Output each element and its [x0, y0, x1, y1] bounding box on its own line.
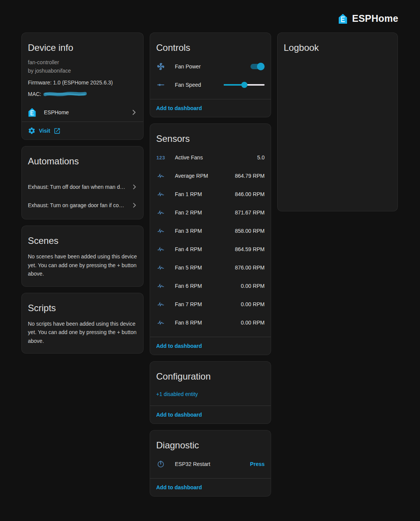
fan-speed-label: Fan Speed — [175, 82, 224, 88]
controls-rows: Fan Power Fan Speed — [150, 57, 271, 99]
configuration-card: Configuration +1 disabled entity Add to … — [150, 361, 271, 424]
restart-label: ESP32 Restart — [175, 461, 247, 467]
sensor-label: Average RPM — [175, 173, 232, 179]
chevron-right-icon — [130, 201, 139, 209]
logbook-card: Logbook — [277, 32, 398, 211]
diagnostic-rows: ESP32 Restart Press — [150, 454, 271, 478]
device-name: fan-controller — [28, 58, 137, 67]
esp32-restart-row[interactable]: ESP32 Restart Press — [150, 455, 271, 473]
esphome-logo-icon — [27, 107, 37, 117]
fan-icon — [156, 62, 165, 71]
automation-label: Exhaust: Turn off door fan when man d… — [28, 184, 130, 190]
disabled-entities-link[interactable]: +1 disabled entity — [156, 391, 198, 397]
sensor-value: 0.00 RPM — [241, 320, 265, 326]
scenes-card: Scenes No scenes have been added using t… — [21, 226, 144, 287]
automation-label: Exhaust: Turn on garage door fan if co… — [28, 202, 130, 208]
esphome-logo-icon — [337, 13, 349, 24]
integration-label: ESPHome — [44, 109, 129, 115]
sensor-label: Fan 1 RPM — [175, 191, 232, 197]
sensor-row[interactable]: 123 Active Fans 5.0 — [150, 148, 271, 167]
sensor-label: Fan 5 RPM — [175, 265, 232, 271]
logbook-title: Logbook — [278, 33, 397, 57]
sensors-rows: 123 Active Fans 5.0 Average RPM 864.79 R… — [150, 148, 271, 337]
toggle-knob — [257, 63, 265, 70]
sensor-value: 846.00 RPM — [235, 191, 265, 197]
fan-power-row[interactable]: Fan Power — [150, 57, 271, 76]
sensor-row[interactable]: Fan 4 RPM 864.59 RPM — [150, 240, 271, 258]
pulse-icon — [156, 190, 165, 199]
sensor-row[interactable]: Fan 8 RPM 0.00 RPM — [150, 313, 271, 332]
sensor-row[interactable]: Average RPM 864.79 RPM — [150, 167, 271, 185]
sensors-card: Sensors 123 Active Fans 5.0 Average RPM … — [150, 123, 271, 355]
configuration-title: Configuration — [150, 362, 271, 385]
automations-list: Exhaust: Turn off door fan when man d… E… — [22, 178, 143, 219]
integration-row-esphome[interactable]: ESPHome — [22, 103, 143, 122]
sensor-value: 858.00 RPM — [235, 228, 265, 234]
device-mac-row: MAC: — [28, 90, 137, 98]
automation-row[interactable]: Exhaust: Turn off door fan when man d… — [22, 178, 143, 196]
top-bar: ESPHome — [0, 0, 420, 32]
slider-icon — [156, 80, 165, 89]
power-icon — [156, 459, 165, 469]
chevron-right-icon — [130, 183, 139, 191]
sensor-value: 864.59 RPM — [235, 246, 265, 252]
scenes-empty-text: No scenes have been added using this dev… — [22, 250, 143, 286]
sensor-label: Fan 8 RPM — [175, 320, 238, 326]
add-to-dashboard-link[interactable]: Add to dashboard — [156, 484, 202, 490]
add-to-dashboard-link[interactable]: Add to dashboard — [156, 412, 202, 418]
add-to-dashboard-link[interactable]: Add to dashboard — [156, 343, 202, 349]
scenes-title: Scenes — [22, 226, 143, 250]
sensor-label: Fan 2 RPM — [175, 209, 232, 216]
mac-redaction-scribble — [44, 91, 87, 97]
sensor-label: Active Fans — [175, 154, 254, 161]
fan-power-label: Fan Power — [175, 63, 250, 70]
automations-title: Automations — [22, 146, 143, 170]
sensor-row[interactable]: Fan 7 RPM 0.00 RPM — [150, 295, 271, 313]
sensor-row[interactable]: Fan 6 RPM 0.00 RPM — [150, 277, 271, 295]
device-by: by joshuaboniface — [28, 67, 137, 75]
pulse-icon — [156, 226, 165, 235]
pulse-icon — [156, 171, 165, 180]
chevron-right-icon — [129, 108, 139, 117]
sensors-title: Sensors — [150, 124, 271, 148]
device-info-body: fan-controller by joshuaboniface Firmwar… — [22, 57, 143, 98]
sensor-row[interactable]: Fan 1 RPM 846.00 RPM — [150, 185, 271, 203]
visit-row: Visit — [22, 122, 143, 140]
press-button[interactable]: Press — [250, 461, 265, 467]
open-in-new-icon[interactable] — [53, 127, 61, 135]
visit-link[interactable]: Visit — [39, 128, 50, 134]
diagnostic-card: Diagnostic ESP32 Restart Press Add to da… — [150, 430, 271, 497]
slider-knob[interactable] — [241, 82, 247, 88]
fan-speed-slider[interactable] — [224, 82, 265, 88]
pulse-icon — [156, 208, 165, 217]
pulse-icon — [156, 318, 165, 327]
pulse-icon — [156, 263, 165, 272]
controls-title: Controls — [150, 33, 271, 57]
sensor-value: 876.00 RPM — [235, 265, 265, 271]
sensor-row[interactable]: Fan 2 RPM 871.67 RPM — [150, 203, 271, 222]
sensor-value: 864.79 RPM — [235, 173, 265, 179]
sensor-value: 0.00 RPM — [241, 301, 265, 307]
automation-row[interactable]: Exhaust: Turn on garage door fan if co… — [22, 196, 143, 214]
device-info-title: Device info — [22, 33, 143, 57]
pulse-icon — [156, 300, 165, 309]
pulse-icon — [156, 281, 165, 291]
sensor-value: 5.0 — [257, 154, 265, 161]
device-info-card: Device info fan-controller by joshuaboni… — [21, 32, 144, 140]
scripts-card: Scripts No scripts have been added using… — [21, 293, 144, 354]
fan-power-toggle[interactable] — [250, 64, 263, 69]
scripts-title: Scripts — [22, 293, 143, 317]
pulse-icon — [156, 245, 165, 254]
sensor-value: 871.67 RPM — [235, 209, 265, 216]
sensor-label: Fan 4 RPM — [175, 246, 232, 252]
sensor-row[interactable]: Fan 3 RPM 858.00 RPM — [150, 222, 271, 240]
sensor-row[interactable]: Fan 5 RPM 876.00 RPM — [150, 258, 271, 277]
fan-speed-row[interactable]: Fan Speed — [150, 76, 271, 94]
add-to-dashboard-link[interactable]: Add to dashboard — [156, 105, 202, 111]
sensor-label: Fan 7 RPM — [175, 301, 238, 307]
card-columns: Device info fan-controller by joshuaboni… — [0, 32, 420, 503]
scripts-empty-text: No scripts have been added using this de… — [22, 317, 143, 354]
mac-label: MAC: — [28, 90, 41, 98]
diagnostic-title: Diagnostic — [150, 430, 271, 454]
automations-card: Automations Exhaust: Turn off door fan w… — [21, 146, 144, 219]
